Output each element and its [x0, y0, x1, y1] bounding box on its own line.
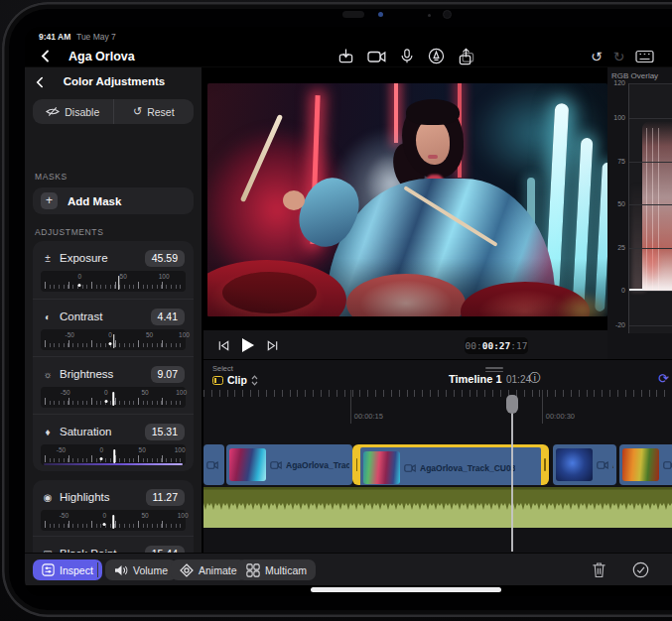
ruler-zero-dot: [78, 284, 81, 287]
scope-tick-label: 100: [607, 114, 625, 121]
microphone-icon[interactable]: [399, 48, 415, 64]
ruler-cursor[interactable]: [113, 334, 115, 348]
ruler-tick-label: 0: [100, 446, 104, 453]
ruler-cursor[interactable]: [114, 449, 116, 463]
inspect-button[interactable]: Inspect: [33, 559, 102, 580]
multicam-button[interactable]: Multicam: [237, 559, 316, 580]
adjustment-value[interactable]: 4.41: [151, 309, 185, 325]
timecode-main: 00:27: [482, 340, 511, 351]
ruler-cursor[interactable]: [112, 515, 114, 529]
adjustment-ruler[interactable]: -50050100: [41, 510, 186, 531]
audio-waveform-track[interactable]: [203, 487, 672, 528]
share-icon[interactable]: [458, 48, 474, 65]
scope-tick-label: 75: [607, 158, 625, 165]
undo-icon[interactable]: ↺: [591, 50, 603, 63]
clip-thumbnail: [556, 448, 593, 481]
date: Tue May 7: [76, 32, 116, 42]
ruler-tick-label: 100: [179, 331, 190, 338]
pencil-tools-icon[interactable]: [428, 48, 445, 64]
video-frame: [207, 83, 607, 316]
skip-to-end-button[interactable]: [266, 339, 279, 352]
playhead-handle[interactable]: [506, 395, 518, 414]
adjustment-slider[interactable]: ☼ Brightness 9.07 -50050100: [33, 356, 194, 414]
scope-gridline: [629, 291, 672, 292]
add-mask-button[interactable]: + Add Mask: [33, 187, 194, 214]
import-icon[interactable]: [337, 48, 354, 64]
adjustment-ruler[interactable]: -50050100: [41, 387, 186, 408]
adjustment-ruler[interactable]: -50050100: [41, 329, 186, 350]
volume-button[interactable]: Volume: [105, 559, 177, 580]
clip-label: AgaOrlova_Track_Wid…: [286, 460, 349, 470]
add-mask-label: Add Mask: [67, 195, 121, 207]
back-button[interactable]: [41, 50, 50, 62]
done-button[interactable]: [632, 561, 649, 578]
reset-icon: ↺: [133, 106, 142, 117]
adjustment-ruler[interactable]: -50050100: [41, 444, 186, 465]
trash-button[interactable]: [592, 561, 606, 578]
adjustment-ruler[interactable]: 050100: [41, 271, 186, 292]
ruler-separator: [542, 390, 543, 424]
trash-icon: [592, 561, 606, 578]
shortcuts-keyboard-icon[interactable]: [635, 50, 654, 63]
ruler-cursor[interactable]: [112, 392, 114, 406]
skip-to-start-button[interactable]: [217, 339, 230, 352]
clip-camera-icon: [270, 461, 282, 469]
brightness-icon: ☼: [42, 369, 54, 380]
timeline-clip[interactable]: Ag…: [203, 444, 224, 485]
disable-label: Disable: [65, 106, 99, 118]
playhead-line[interactable]: [511, 395, 513, 552]
ruler-separator: [350, 390, 351, 424]
scope-tick-label: -20: [607, 321, 625, 328]
timeline-clip[interactable]: [619, 444, 672, 485]
timeline-clip[interactable]: AgaOrlova_Track_CU03: [352, 444, 549, 485]
timeline-ruler[interactable]: 00:00:1500:00:30: [203, 390, 672, 428]
reset-button[interactable]: ↺ Reset: [114, 99, 195, 124]
adjustment-slider[interactable]: ◉ Highlights 11.27 -50050100: [33, 480, 194, 536]
video-art: [207, 83, 607, 316]
ipad-screen: 9:41 AM Tue May 7 Aga Orlova: [25, 27, 672, 596]
adjustment-slider[interactable]: ± Exposure 45.59 050100: [33, 241, 194, 299]
viewer: [203, 67, 607, 329]
timecode-display[interactable]: 00:00:27:17: [465, 337, 528, 354]
adjustment-label: Exposure: [60, 252, 139, 264]
info-icon[interactable]: ⓘ: [529, 370, 541, 387]
bottom-toolbar: Inspect Volume Animate Multicam: [25, 553, 672, 585]
adjustment-value[interactable]: 45.59: [145, 250, 185, 267]
scope-tick-label: 25: [607, 244, 625, 251]
redo-icon[interactable]: ↻: [613, 50, 625, 63]
ruler-tick-label: 0: [104, 389, 108, 396]
adjustments-group-1: ± Exposure 45.59 050100 ◐ Contrast 4.41 …: [33, 241, 194, 471]
ruler-tick-label: 50: [141, 389, 148, 396]
clip-mode-dropdown[interactable]: Clip: [212, 374, 258, 386]
saturation-icon: ♦: [42, 427, 54, 437]
ruler-tick-label: -50: [60, 512, 68, 519]
adjustment-value[interactable]: 9.07: [151, 366, 185, 383]
adjustment-value[interactable]: 15.31: [145, 424, 185, 440]
clip-mode-icon: [212, 376, 223, 385]
ruler-tick-label: 100: [175, 446, 186, 453]
clip-thumbnail: [229, 448, 266, 481]
adjustment-slider[interactable]: ◐ Contrast 4.41 -50050100: [33, 299, 194, 356]
ruler-zero-dot: [109, 342, 112, 345]
scope-gridline: [629, 118, 672, 119]
sync-icon[interactable]: ⟳: [658, 371, 669, 386]
clips-track: Ag… AgaOrlova_Track_Wid… AgaOrlova_Track…: [203, 444, 672, 485]
scope-gridline: [629, 204, 672, 205]
contrast-icon: ◐: [42, 311, 54, 322]
ruler-tick-label: 100: [178, 512, 189, 519]
sensor-dot-icon: [428, 14, 431, 17]
timeline-clip[interactable]: A…: [553, 444, 616, 485]
home-row: [25, 585, 672, 596]
play-button[interactable]: [241, 337, 255, 353]
home-indicator[interactable]: [311, 587, 501, 592]
disable-button[interactable]: Disable: [33, 99, 114, 124]
ruler-tick-label: 0: [108, 331, 112, 338]
adjustment-value[interactable]: 11.27: [146, 489, 186, 506]
check-circle-icon: [632, 561, 649, 578]
timeline-clip[interactable]: AgaOrlova_Track_Wid…: [226, 444, 352, 485]
record-camera-icon[interactable]: [367, 49, 386, 64]
clock: 9:41 AM: [39, 32, 70, 42]
animate-button[interactable]: Animate: [171, 559, 246, 580]
ruler-timecode-label: 00:00:30: [546, 412, 575, 421]
adjustment-slider[interactable]: ♦ Saturation 15.31 -50050100: [33, 414, 194, 471]
